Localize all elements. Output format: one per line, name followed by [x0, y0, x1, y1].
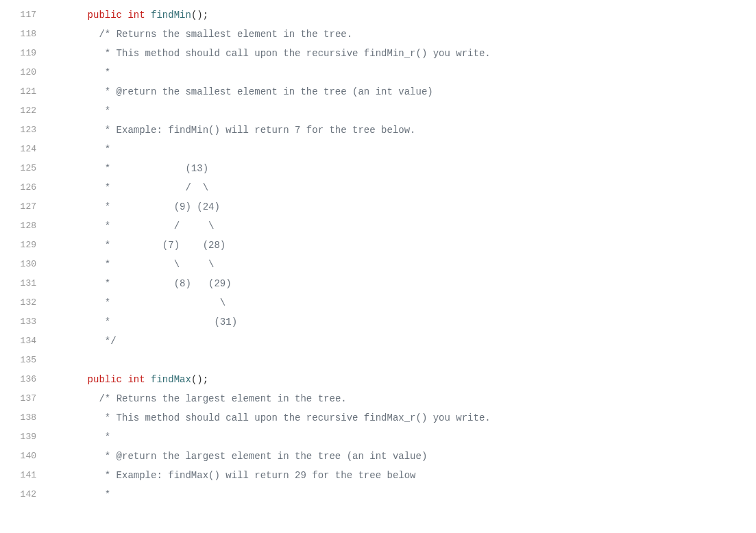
code-line: *	[64, 485, 756, 504]
code-line: * Example: findMax() will return 29 for …	[64, 466, 756, 485]
code-line: *	[64, 140, 756, 159]
line-number: 142	[5, 485, 36, 504]
code-line: /* Returns the smallest element in the t…	[64, 25, 756, 44]
punctuation: ();	[191, 10, 208, 21]
code-line: * / \	[64, 178, 756, 197]
code-line: * @return the smallest element in the tr…	[64, 82, 756, 101]
code-line	[64, 351, 756, 370]
comment: * \	[105, 297, 225, 308]
line-number: 124	[5, 140, 36, 159]
code-line: * (13)	[64, 159, 756, 178]
type-keyword: int	[127, 374, 145, 385]
line-number: 139	[5, 427, 36, 447]
comment: * \ \	[105, 259, 215, 270]
line-number: 127	[5, 197, 36, 216]
code-line: * Example: findMin() will return 7 for t…	[64, 121, 756, 140]
comment: * / \	[105, 221, 215, 232]
comment: /* Returns the largest element in the tr…	[99, 393, 346, 404]
code-line: * This method should call upon the recur…	[64, 408, 756, 427]
comment: /* Returns the smallest element in the t…	[99, 29, 352, 40]
line-number: 129	[5, 236, 36, 255]
line-number: 133	[5, 312, 36, 332]
line-number-gutter: 1171181191201211221231241251261271281291…	[0, 0, 48, 533]
line-number: 138	[5, 408, 36, 427]
comment: * Example: findMax() will return 29 for …	[105, 470, 416, 481]
line-number: 118	[5, 25, 36, 44]
comment: * (31)	[105, 317, 237, 327]
code-line: * / \	[64, 216, 756, 236]
comment: *	[105, 106, 110, 116]
line-number: 122	[5, 101, 36, 121]
code-editor: 1171181191201211221231241251261271281291…	[0, 0, 756, 533]
code-line: * \	[64, 293, 756, 312]
line-number: 121	[5, 82, 36, 101]
comment: * Example: findMin() will return 7 for t…	[105, 125, 416, 136]
line-number: 134	[5, 332, 36, 351]
code-line: *	[64, 101, 756, 121]
code-line: * (9) (24)	[64, 197, 756, 216]
type-keyword: int	[127, 10, 145, 21]
comment: *	[105, 489, 110, 500]
code-line: public int findMax();	[64, 370, 756, 389]
code-line: * \ \	[64, 255, 756, 274]
line-number: 126	[5, 178, 36, 197]
comment: *	[105, 432, 110, 443]
line-number: 132	[5, 293, 36, 312]
line-number: 135	[5, 351, 36, 370]
code-line: * (31)	[64, 312, 756, 332]
code-line: * @return the largest element in the tre…	[64, 447, 756, 466]
comment: * This method should call upon the recur…	[105, 412, 491, 423]
function-name: findMax	[151, 374, 191, 385]
line-number: 128	[5, 216, 36, 236]
line-number: 120	[5, 63, 36, 82]
keyword: public	[88, 374, 122, 385]
line-number: 136	[5, 370, 36, 389]
code-line: /* Returns the largest element in the tr…	[64, 389, 756, 408]
code-line: *	[64, 427, 756, 447]
code-content[interactable]: public int findMin(); /* Returns the sma…	[48, 0, 756, 533]
comment: * (9) (24)	[105, 201, 220, 212]
code-line: * (7) (28)	[64, 236, 756, 255]
comment: */	[105, 336, 117, 347]
keyword: public	[88, 10, 122, 21]
comment: * (7) (28)	[105, 240, 225, 251]
comment: * @return the largest element in the tre…	[105, 451, 427, 462]
comment: * (13)	[105, 163, 208, 174]
line-number: 130	[5, 255, 36, 274]
line-number: 140	[5, 447, 36, 466]
comment: *	[105, 144, 110, 155]
line-number: 125	[5, 159, 36, 178]
comment: * / \	[105, 182, 208, 193]
code-line: * This method should call upon the recur…	[64, 44, 756, 63]
code-line: public int findMin();	[64, 5, 756, 25]
line-number: 117	[5, 5, 36, 25]
code-line: */	[64, 332, 756, 351]
punctuation: ();	[191, 374, 208, 385]
comment: * This method should call upon the recur…	[105, 48, 491, 59]
comment: *	[105, 67, 110, 78]
function-name: findMin	[151, 10, 191, 21]
code-line: * (8) (29)	[64, 274, 756, 293]
comment: * (8) (29)	[105, 278, 232, 289]
line-number: 131	[5, 274, 36, 293]
comment: * @return the smallest element in the tr…	[105, 86, 433, 97]
line-number: 141	[5, 466, 36, 485]
line-number: 119	[5, 44, 36, 63]
code-line: *	[64, 63, 756, 82]
line-number: 123	[5, 121, 36, 140]
line-number: 137	[5, 389, 36, 408]
